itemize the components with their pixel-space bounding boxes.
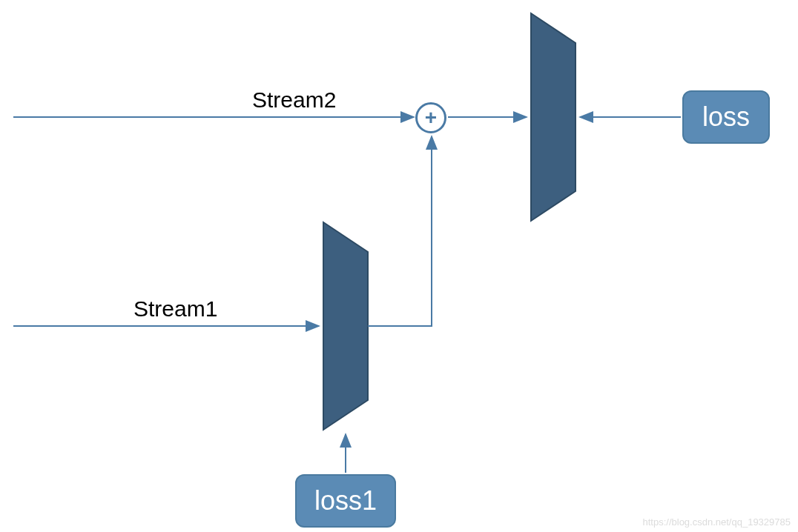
- stream2-label: Stream2: [252, 87, 336, 113]
- loss-label: loss: [702, 102, 750, 133]
- block-lower: [323, 222, 368, 430]
- loss-box: loss: [682, 90, 770, 144]
- stream1-label: Stream1: [133, 296, 217, 322]
- block-upper: [531, 13, 576, 221]
- loss1-box: loss1: [295, 474, 396, 528]
- loss1-label: loss1: [314, 485, 377, 516]
- plus-node: +: [415, 102, 446, 133]
- watermark: https://blog.csdn.net/qq_19329785: [643, 516, 791, 528]
- plus-label: +: [425, 106, 437, 130]
- arrow-block-to-plus: [368, 136, 432, 326]
- diagram-canvas: [0, 0, 798, 532]
